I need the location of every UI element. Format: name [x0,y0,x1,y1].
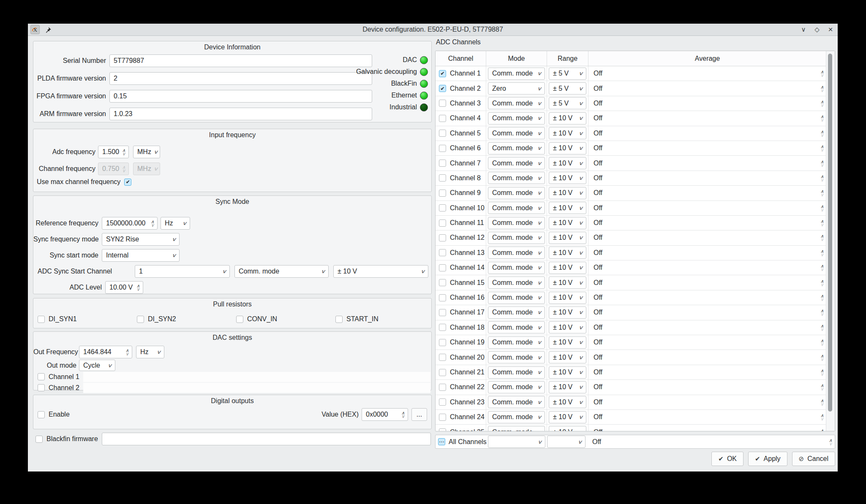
channel-checkbox[interactable] [439,100,446,107]
average-spinbox[interactable]: Off ∧ ∨ [588,383,826,391]
channel-checkbox[interactable] [439,294,446,301]
range-combo[interactable]: ± 10 V ∨ [549,217,586,229]
spin-down-icon[interactable]: ∨ [820,178,824,182]
field-input[interactable]: 1.0.23 [109,108,372,120]
mode-combo[interactable]: Comm. mode ∨ [488,336,545,349]
spin-down-icon[interactable]: ∨ [820,89,824,92]
average-spinbox[interactable]: Off ∧ ∨ [588,144,826,152]
maximize-button[interactable]: ◇ [813,26,821,33]
app-icon[interactable]: X [30,25,40,34]
range-combo[interactable]: ± 10 V ∨ [549,306,586,319]
range-combo[interactable]: ± 10 V ∨ [549,157,586,169]
mode-combo[interactable]: Comm. mode ∨ [488,396,545,408]
channel-checkbox[interactable] [439,204,446,211]
spin-down-icon[interactable]: ∨ [820,283,824,286]
range-combo[interactable]: ± 10 V ∨ [549,276,586,289]
spin-down-icon[interactable]: ∨ [820,118,824,122]
channel-checkbox[interactable] [439,160,446,167]
dac-channel-checkbox[interactable] [38,384,45,391]
scrollbar-thumb[interactable] [828,54,832,412]
spin-down-icon[interactable]: ∨ [820,358,824,361]
mode-combo[interactable]: Comm. mode ∨ [488,306,545,319]
range-combo[interactable]: ± 5 V ∨ [549,68,586,80]
range-combo[interactable]: ± 10 V ∨ [549,202,586,214]
spin-down-icon[interactable]: ∨ [820,148,824,152]
all-channels-mode-combo[interactable]: ∨ [488,436,545,448]
spin-up-icon[interactable]: ∧ [820,429,824,431]
reference-frequency-unit-combo[interactable]: Hz ∨ [161,217,190,230]
field-input[interactable]: 0.15 [109,90,372,103]
mode-combo[interactable]: Comm. mode ∨ [488,292,545,304]
all-channels-checkbox[interactable] [438,438,445,445]
range-combo[interactable]: ± 10 V ∨ [549,112,586,125]
apply-button[interactable]: ✔ Apply [748,452,787,466]
spin-down-icon[interactable]: ∨ [820,298,824,301]
channel-checkbox[interactable] [439,174,446,182]
mode-combo[interactable]: Comm. mode ∨ [488,68,545,80]
dac-channel-field[interactable] [83,372,430,382]
average-spinbox[interactable]: Off ∧ ∨ [588,294,826,301]
channel-checkbox[interactable] [439,398,446,406]
spin-down-icon[interactable]: ∨ [820,312,824,316]
ok-button[interactable]: ✔ OK [711,452,743,466]
range-combo[interactable]: ± 10 V ∨ [549,172,586,184]
all-channels-range-combo[interactable]: ∨ [547,436,586,448]
adc-sync-start-range-combo[interactable]: ± 10 V ∨ [333,265,428,278]
out-frequency-spinbox[interactable]: 1464.844 ∧∨ [79,346,132,358]
value-hex-more-button[interactable]: ... [411,408,427,421]
range-combo[interactable]: ± 10 V ∨ [549,232,586,244]
pull-resistor-checkbox[interactable] [236,316,243,323]
dac-channel-field[interactable] [83,383,430,393]
average-spinbox[interactable]: Off ∧ ∨ [588,234,826,241]
spin-down-icon[interactable]: ∨ [820,193,824,196]
mode-combo[interactable]: Comm. mode ∨ [488,232,545,244]
average-spinbox[interactable]: Off ∧ ∨ [588,114,826,122]
use-max-channel-frequency-checkbox[interactable] [124,179,131,186]
mode-combo[interactable]: Zero ∨ [488,82,545,95]
range-combo[interactable]: ± 5 V ∨ [549,97,586,109]
channel-checkbox[interactable] [439,414,446,421]
average-spinbox[interactable]: Off ∧ ∨ [588,219,826,227]
average-spinbox[interactable]: Off ∧ ∨ [588,413,826,421]
average-spinbox[interactable]: Off ∧ ∨ [588,339,826,346]
average-spinbox[interactable]: Off ∧ ∨ [588,309,826,316]
spin-down-icon[interactable]: ∨ [401,415,405,418]
blackfin-firmware-checkbox[interactable] [35,436,43,443]
range-combo[interactable]: ± 10 V ∨ [549,426,586,431]
average-spinbox[interactable]: Off ∧ ∨ [588,324,826,331]
channel-checkbox[interactable] [439,219,446,227]
spin-down-icon[interactable]: ∨ [820,238,824,241]
pull-resistor-checkbox[interactable] [137,316,144,323]
average-spinbox[interactable]: Off ∧ ∨ [588,189,826,197]
average-spinbox[interactable]: Off ∧ ∨ [588,174,826,182]
channel-checkbox[interactable] [439,85,446,92]
spin-down-icon[interactable]: ∨ [820,387,824,390]
average-spinbox[interactable]: Off ∧ ∨ [588,160,826,167]
channel-checkbox[interactable] [439,190,446,197]
mode-combo[interactable]: Comm. mode ∨ [488,157,545,169]
average-spinbox[interactable]: Off ∧ ∨ [588,204,826,212]
average-spinbox[interactable]: Off ∧ ∨ [588,264,826,271]
channel-checkbox[interactable] [439,428,446,431]
spin-down-icon[interactable]: ∨ [820,103,824,107]
average-spinbox[interactable]: Off ∧ ∨ [588,354,826,361]
range-combo[interactable]: ± 10 V ∨ [549,142,586,154]
titlebar[interactable]: X Device configuration. E502-P-EU-D, 5T7… [28,24,838,36]
cancel-button[interactable]: ⊘ Cancel [792,452,835,466]
spin-down-icon[interactable]: ∨ [820,133,824,137]
spin-down-icon[interactable]: ∨ [820,223,824,226]
channel-checkbox[interactable] [439,264,446,271]
pull-resistor-checkbox[interactable] [335,316,343,323]
column-header-range[interactable]: Range [547,51,588,66]
value-hex-spinbox[interactable]: 0x0000 ∧∨ [362,408,408,421]
range-combo[interactable]: ± 10 V ∨ [549,336,586,349]
range-combo[interactable]: ± 10 V ∨ [549,351,586,363]
reference-frequency-spinbox[interactable]: 1500000.000 ∧∨ [102,217,158,230]
average-spinbox[interactable]: Off ∧ ∨ [588,130,826,137]
channel-checkbox[interactable] [439,130,446,137]
field-input[interactable]: 5T779887 [109,54,372,67]
channel-checkbox[interactable] [439,70,446,77]
range-combo[interactable]: ± 10 V ∨ [549,127,586,139]
sync-start-mode-combo[interactable]: Internal ∨ [102,249,180,262]
average-spinbox[interactable]: Off ∧ ∨ [588,428,826,431]
